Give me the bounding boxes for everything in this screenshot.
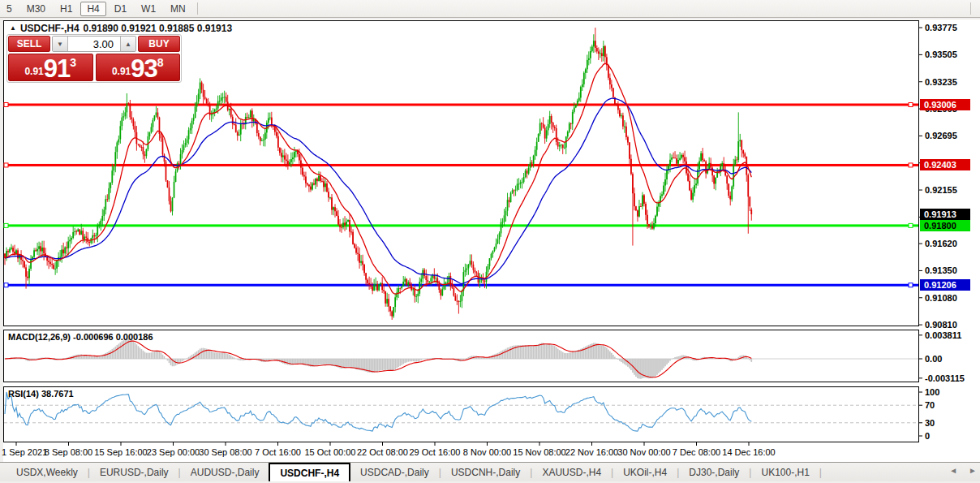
time-axis-label: 14 Dec 16:00 — [722, 447, 775, 457]
time-axis-label: 15 Oct 00:00 — [305, 447, 356, 457]
bid-price-prefix: 0.91 — [24, 66, 43, 77]
time-axis-label: 7 Oct 16:00 — [255, 447, 301, 457]
tab-scroll-left-icon[interactable]: ◄ — [949, 466, 957, 475]
ask-price-pipette: 8 — [157, 56, 164, 69]
price-level-badge: 0.92403 — [920, 159, 970, 170]
chart-tab-usdcad-daily[interactable]: USDCAD-,Daily — [350, 463, 439, 481]
volume-decrease-button[interactable]: ▼ — [53, 37, 68, 51]
volume-value[interactable]: 3.00 — [68, 37, 120, 51]
time-axis-label: 8 Sep 08:00 — [45, 447, 92, 457]
tab-separator: | — [819, 467, 822, 478]
rsi-axis-tick: 30 — [925, 418, 935, 428]
chart-tab-usdx-weekly[interactable]: USDX,Weekly — [6, 463, 88, 481]
timeframe-button-H1[interactable]: H1 — [54, 2, 79, 16]
time-axis-label: 15 Nov 08:00 — [513, 447, 565, 457]
price-level-badge: 0.93006 — [920, 99, 970, 110]
chart-header: ▲ USDCHF-,H4 0.91890 0.91921 0.91885 0.9… — [10, 23, 232, 34]
chart-tab-eurusd-daily[interactable]: EURUSD-,Daily — [90, 463, 178, 481]
timeframe-button-D1[interactable]: D1 — [108, 2, 133, 16]
chart-tab-audusd-daily[interactable]: AUDUSD-,Daily — [181, 463, 269, 481]
macd-axis-tick: 0.00 — [925, 354, 942, 364]
price-axis-tick: 0.92695 — [925, 131, 957, 140]
time-axis-label: 22 Oct 08:00 — [357, 447, 408, 457]
price-level-badge: 0.91206 — [920, 279, 970, 291]
rsi-axis-tick: 100 — [925, 387, 939, 397]
rsi-panel-frame[interactable] — [4, 387, 919, 442]
chart-ohlc-values: 0.91890 0.91921 0.91885 0.91913 — [84, 23, 233, 34]
timeframe-button-H4[interactable]: H4 — [80, 2, 105, 16]
sell-button[interactable]: SELL — [8, 36, 50, 52]
bid-price-pipette: 3 — [70, 56, 76, 69]
time-axis-label: 30 Sep 08:00 — [199, 447, 251, 457]
bid-quote-panel[interactable]: 0.91913 — [8, 54, 93, 81]
time-axis-label: 22 Nov 16:00 — [565, 447, 618, 457]
time-axis-label: 30 Nov 00:00 — [617, 447, 670, 457]
tab-scroll-right-icon[interactable]: ► — [969, 466, 977, 475]
chart-tab-bar: USDX,Weekly|EURUSD-,Daily|AUDUSD-,DailyU… — [0, 462, 980, 481]
time-axis-label: 7 Dec 08:00 — [673, 447, 720, 457]
current-price-badge: 0.91913 — [920, 209, 970, 220]
price-axis-tick: 0.91080 — [925, 293, 957, 303]
price-axis-tick: 0.90810 — [925, 320, 957, 330]
rsi-label: RSI(14) 38.7671 — [8, 389, 74, 399]
time-axis-label: 1 Sep 2021 — [2, 447, 47, 457]
bid-price-big: 91 — [44, 58, 70, 80]
time-axis-label: 23 Sep 00:00 — [147, 447, 200, 457]
tab-scroll-controls: ◄ ► — [949, 466, 977, 475]
timeframe-button-5[interactable]: 5 — [0, 2, 19, 16]
price-axis-tick: 0.91350 — [925, 265, 957, 275]
volume-increase-button[interactable]: ▲ — [120, 37, 135, 51]
macd-axis-tick: 0.003811 — [925, 330, 961, 340]
macd-label: MACD(12,26,9) -0.000696 0.000186 — [8, 332, 153, 342]
timeframe-button-MN[interactable]: MN — [164, 2, 192, 16]
time-axis-label: 8 Nov 00:00 — [463, 447, 511, 457]
timeframe-button-M30[interactable]: M30 — [20, 2, 52, 16]
ask-quote-panel[interactable]: 0.91938 — [96, 54, 181, 81]
price-axis-tick: 0.93775 — [925, 23, 957, 32]
timeframe-button-W1[interactable]: W1 — [135, 2, 162, 16]
price-level-badge: 0.91800 — [920, 220, 970, 231]
price-axis-tick: 0.92155 — [925, 185, 957, 195]
ask-price-big: 93 — [131, 58, 157, 80]
chart-symbol-period: USDCHF-,H4 — [20, 23, 80, 34]
price-axis-tick: 0.93235 — [925, 77, 957, 87]
ask-price-prefix: 0.91 — [112, 66, 131, 77]
chart-tab-usdcnh-daily[interactable]: USDCNH-,Daily — [441, 463, 530, 481]
chart-tab-xauusd-h4[interactable]: XAUUSD-,H4 — [532, 463, 611, 481]
chart-tab-usdchf-h4[interactable]: USDCHF-,H4 — [269, 463, 350, 481]
price-axis-tick: 0.91620 — [925, 239, 957, 248]
chart-tab-uk100-h1[interactable]: UK100-,H1 — [751, 463, 819, 481]
rsi-axis-tick: 0 — [925, 431, 930, 441]
one-click-trading-panel: SELL ▼ 3.00 ▲ BUY 0.91913 0.91938 — [6, 34, 182, 83]
rsi-axis-tick: 70 — [925, 400, 935, 410]
chart-tab-dj30-daily[interactable]: DJ30-,Daily — [679, 463, 749, 481]
toolbar-divider — [197, 2, 198, 15]
price-axis-tick: 0.93505 — [925, 50, 957, 59]
toolbar-divider-right — [970, 2, 971, 15]
time-axis-label: 29 Oct 16:00 — [410, 447, 461, 457]
buy-button[interactable]: BUY — [138, 36, 180, 52]
macd-axis-tick: -0.003115 — [925, 373, 965, 383]
time-axis-label: 15 Sep 16:00 — [94, 447, 147, 457]
chart-tab-ukoil-h4[interactable]: UKOil-,H4 — [613, 463, 677, 481]
collapse-triangle-icon[interactable]: ▲ — [10, 25, 16, 32]
volume-stepper: ▼ 3.00 ▲ — [52, 36, 136, 52]
timeframe-toolbar: 5M30H1H4D1W1MN — [0, 0, 980, 18]
